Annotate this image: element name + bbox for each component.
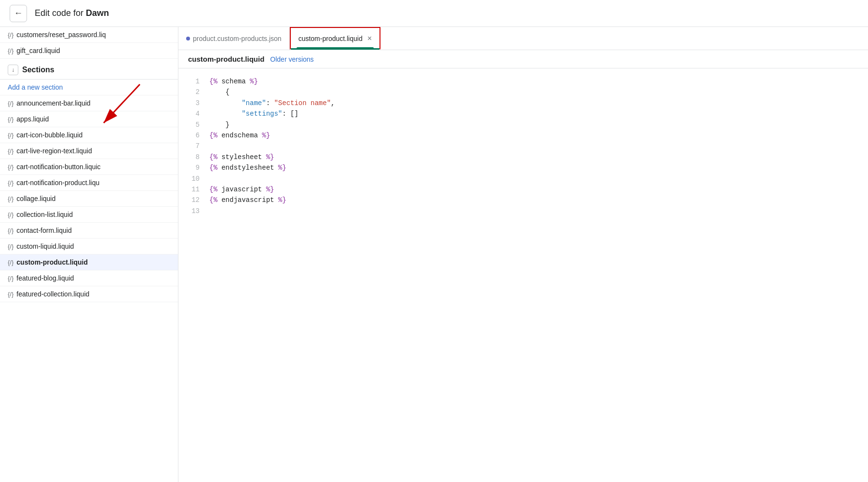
file-name: cart-icon-bubble.liquid xyxy=(16,131,82,139)
file-icon: {/} xyxy=(8,211,14,218)
line-number: 12 xyxy=(188,195,200,205)
code-line: 9{% endstylesheet %} xyxy=(188,162,858,173)
code-line: 7 xyxy=(188,141,858,151)
code-line: 4 "settings": [] xyxy=(188,108,858,119)
line-content: {% schema %} xyxy=(209,76,258,87)
sidebar-item-cart-icon-bubble[interactable]: {/} cart-icon-bubble.liquid xyxy=(0,127,178,143)
add-section-link[interactable]: Add a new section xyxy=(0,80,178,95)
file-icon: {/} xyxy=(8,227,14,234)
code-line: 6{% endschema %} xyxy=(188,130,858,141)
code-editor[interactable]: 1{% schema %}2 {3 "name": "Section name"… xyxy=(178,68,868,482)
sidebar-item-reset-password[interactable]: {/} customers/reset_password.liq xyxy=(0,27,178,43)
file-name: collage.liquid xyxy=(16,195,55,202)
line-number: 8 xyxy=(188,152,200,162)
line-content: { xyxy=(209,87,230,97)
sidebar-item-custom-liquid[interactable]: {/} custom-liquid.liquid xyxy=(0,239,178,254)
file-icon: {/} xyxy=(8,275,14,282)
file-name: cart-notification-product.liqu xyxy=(16,179,99,187)
sidebar-item-featured-collection[interactable]: {/} featured-collection.liquid xyxy=(0,286,178,302)
sidebar-item-announcement-bar[interactable]: {/} announcement-bar.liquid xyxy=(0,95,178,111)
file-icon: {/} xyxy=(8,31,14,39)
line-number: 1 xyxy=(188,76,200,87)
download-icon: ↓ xyxy=(8,65,18,75)
tab-active-underline xyxy=(297,47,374,49)
sidebar-item-custom-product[interactable]: {/} custom-product.liquid xyxy=(0,254,178,270)
tab-label: custom-product.liquid xyxy=(298,35,363,42)
file-icon: {/} xyxy=(8,259,14,266)
sidebar-item-cart-notification-product[interactable]: {/} cart-notification-product.liqu xyxy=(0,175,178,191)
line-number: 5 xyxy=(188,120,200,130)
file-icon: {/} xyxy=(8,291,14,298)
code-line: 12{% endjavascript %} xyxy=(188,195,858,205)
file-name: featured-blog.liquid xyxy=(16,274,74,282)
line-number: 4 xyxy=(188,108,200,119)
file-name: gift_card.liquid xyxy=(16,47,60,54)
file-info-bar: custom-product.liquid Older versions xyxy=(178,50,868,68)
line-number: 13 xyxy=(188,206,200,216)
code-line: 3 "name": "Section name", xyxy=(188,98,858,108)
file-name: contact-form.liquid xyxy=(16,227,71,234)
file-name: featured-collection.liquid xyxy=(16,290,89,298)
sidebar-item-contact-form[interactable]: {/} contact-form.liquid xyxy=(0,223,178,239)
sidebar-item-collage[interactable]: {/} collage.liquid xyxy=(0,191,178,207)
file-icon: {/} xyxy=(8,116,14,123)
file-name: announcement-bar.liquid xyxy=(16,99,90,107)
file-icon: {/} xyxy=(8,47,14,54)
code-line: 1{% schema %} xyxy=(188,76,858,87)
editor-file-title: custom-product.liquid xyxy=(188,55,264,63)
line-content: } xyxy=(209,120,230,130)
sidebar-item-gift-card[interactable]: {/} gift_card.liquid xyxy=(0,43,178,59)
file-icon: {/} xyxy=(8,147,14,155)
line-content: {% endschema %} xyxy=(209,130,270,141)
main-layout: {/} customers/reset_password.liq {/} gif… xyxy=(0,27,868,482)
code-line: 8{% stylesheet %} xyxy=(188,152,858,162)
file-name: collection-list.liquid xyxy=(16,211,73,218)
page-title: Edit code for Dawn xyxy=(35,8,109,18)
sidebar-item-collection-list[interactable]: {/} collection-list.liquid xyxy=(0,207,178,223)
line-number: 11 xyxy=(188,184,200,195)
sidebar-item-apps[interactable]: {/} apps.liquid xyxy=(0,111,178,127)
tab-product-custom-products[interactable]: product.custom-products.json xyxy=(178,27,290,50)
sidebar-item-cart-live-region[interactable]: {/} cart-live-region-text.liquid xyxy=(0,143,178,159)
tabs-bar: product.custom-products.json custom-prod… xyxy=(178,27,868,50)
code-line: 11{% javascript %} xyxy=(188,184,858,195)
tab-custom-product[interactable]: custom-product.liquid × xyxy=(290,27,380,50)
older-versions-link[interactable]: Older versions xyxy=(270,55,313,63)
file-icon: {/} xyxy=(8,195,14,202)
code-line: 10 xyxy=(188,174,858,184)
line-content: "settings": [] xyxy=(209,108,298,119)
line-number: 6 xyxy=(188,130,200,141)
sidebar-item-featured-blog[interactable]: {/} featured-blog.liquid xyxy=(0,270,178,286)
sidebar: {/} customers/reset_password.liq {/} gif… xyxy=(0,27,178,482)
line-number: 2 xyxy=(188,87,200,97)
line-content: {% endjavascript %} xyxy=(209,195,286,205)
file-name: apps.liquid xyxy=(16,115,49,123)
file-icon: {/} xyxy=(8,132,14,139)
line-number: 3 xyxy=(188,98,200,108)
file-icon: {/} xyxy=(8,179,14,187)
line-content: {% stylesheet %} xyxy=(209,152,274,162)
file-name: cart-notification-button.liquic xyxy=(16,163,100,171)
close-tab-icon[interactable]: × xyxy=(367,35,372,42)
file-icon: {/} xyxy=(8,243,14,250)
file-name: cart-live-region-text.liquid xyxy=(16,147,92,155)
line-content: {% javascript %} xyxy=(209,184,274,195)
sidebar-item-cart-notification-button[interactable]: {/} cart-notification-button.liquic xyxy=(0,159,178,175)
file-icon: {/} xyxy=(8,163,14,171)
line-number: 9 xyxy=(188,162,200,173)
code-line: 13 xyxy=(188,206,858,216)
file-name: custom-liquid.liquid xyxy=(16,242,74,250)
editor-area: product.custom-products.json custom-prod… xyxy=(178,27,868,482)
line-content: {% endstylesheet %} xyxy=(209,162,286,173)
file-icon: {/} xyxy=(8,100,14,107)
back-button[interactable]: ← xyxy=(10,5,27,22)
header: ← Edit code for Dawn xyxy=(0,0,868,27)
file-name: custom-product.liquid xyxy=(16,258,88,266)
code-line: 2 { xyxy=(188,87,858,97)
sections-label: Sections xyxy=(22,66,54,74)
line-number: 7 xyxy=(188,141,200,151)
sections-header: ↓ Sections xyxy=(0,59,178,80)
code-line: 5 } xyxy=(188,120,858,130)
tab-label: product.custom-products.json xyxy=(193,35,282,42)
unsaved-dot xyxy=(186,37,190,40)
